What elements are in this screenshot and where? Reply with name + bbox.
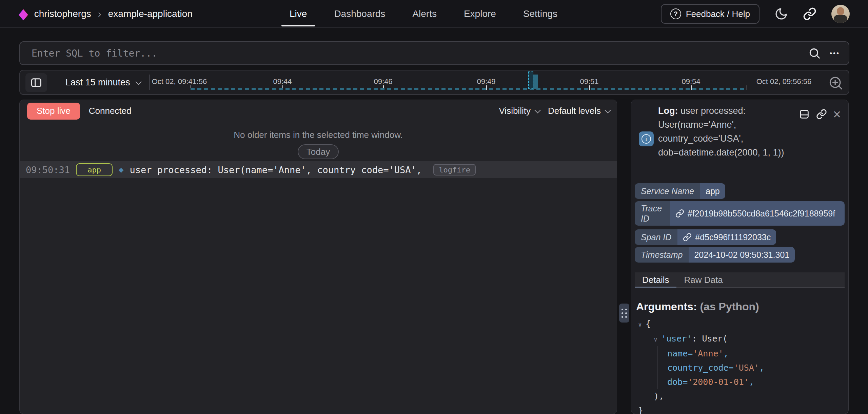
nav-tab-explore[interactable]: Explore (464, 0, 496, 28)
nav-tab-settings[interactable]: Settings (523, 0, 557, 28)
arguments-heading-qualifier: (as Python) (700, 301, 759, 313)
visibility-dropdown[interactable]: Visibility (499, 106, 539, 116)
connection-status: Connected (89, 106, 132, 116)
detail-title: Log: user processed: User(name='Anne', c… (658, 104, 794, 160)
close-icon[interactable]: × (833, 107, 841, 121)
sql-filter-input[interactable] (20, 42, 800, 64)
panel-resize-handle[interactable] (619, 304, 629, 323)
arguments-heading-label: Arguments: (636, 301, 697, 313)
timeline-axis[interactable]: Oct 02, 09:41:56 09:44 09:46 09:49 09:51… (150, 70, 827, 94)
live-view-header: Stop live Connected Visibility Default l… (20, 100, 617, 122)
feedback-help-label: Feedback / Help (686, 9, 750, 19)
sidebar-panel-icon (30, 77, 42, 89)
tick-label-start: Oct 02, 09:41:56 (152, 77, 207, 86)
visibility-label: Visibility (499, 106, 530, 116)
attribute-value[interactable]: #f2019b98b550cd8a61546c2f9188959f (670, 201, 845, 226)
breadcrumb-org[interactable]: christophergs (34, 8, 91, 19)
sql-filter-icons: ••• (808, 42, 840, 64)
attribute-label: Span ID (635, 229, 677, 245)
attribute-label: Timestamp (635, 247, 689, 263)
code-token: , (759, 363, 764, 373)
service-badge[interactable]: app (76, 163, 113, 176)
user-avatar[interactable] (831, 5, 850, 23)
logfire-logo-icon[interactable]: ◆ (19, 6, 28, 21)
today-button[interactable]: Today (298, 144, 339, 159)
collapse-icon[interactable]: ∨ (654, 332, 661, 347)
tick-label: 09:44 (273, 77, 292, 86)
attribute-label: Service Name (635, 183, 700, 199)
scope-tag[interactable]: logfire (433, 164, 476, 175)
more-options-icon[interactable]: ••• (830, 49, 840, 57)
stop-live-button[interactable]: Stop live (27, 103, 80, 120)
code-token: '2000-01-01' (688, 377, 749, 387)
code-token: User( (702, 334, 727, 344)
attribute-value[interactable]: #d5c996f11192033c (677, 229, 776, 245)
histogram-selection-bar[interactable] (528, 71, 533, 89)
tab-details[interactable]: Details (635, 272, 676, 287)
log-row-selected[interactable]: 09:50:31 app ◆ user processed: User(name… (20, 161, 617, 178)
zoom-in-button[interactable] (828, 75, 844, 91)
code-line: ), (631, 389, 842, 403)
attribute-value: app (700, 183, 725, 199)
code-line: } (631, 403, 842, 414)
breadcrumb-project[interactable]: example-application (108, 8, 193, 19)
span-id-value: #d5c996f11192033c (695, 232, 771, 242)
empty-window-text: No older items in the selected time wind… (234, 130, 403, 140)
topbar-actions: ? Feedback / Help (661, 0, 850, 28)
histogram-bar[interactable] (533, 75, 538, 89)
arguments-code: ∨{ ∨'user': User( name='Anne', country_c… (631, 317, 842, 414)
empty-window-notice: No older items in the selected time wind… (20, 122, 617, 161)
nav-tab-live[interactable]: Live (290, 0, 307, 28)
chevron-down-icon (605, 107, 611, 113)
code-token: } (638, 406, 643, 414)
link-icon (803, 7, 816, 21)
drag-dots-icon (622, 309, 627, 318)
time-range-dropdown[interactable]: Last 15 minutes (65, 70, 140, 94)
zoom-in-icon (828, 76, 844, 90)
avatar-face (837, 7, 844, 15)
attribute-trace-id: Trace ID #f2019b98b550cd8a61546c2f918895… (635, 201, 845, 226)
info-i-glyph: i (642, 134, 651, 144)
nav-tab-alerts[interactable]: Alerts (412, 0, 437, 28)
info-level-icon: i (639, 131, 654, 146)
link-icon (816, 109, 827, 120)
theme-toggle-button[interactable] (774, 7, 788, 21)
breadcrumb-chevron-icon: › (97, 8, 102, 20)
nav-tab-dashboards[interactable]: Dashboards (334, 0, 385, 28)
code-token: 'USA' (734, 363, 759, 373)
tab-raw-data[interactable]: Raw Data (676, 272, 730, 287)
log-message: user processed: User(name='Anne', countr… (130, 165, 428, 175)
code-token: 'Anne' (693, 349, 723, 358)
tick-label: 09:49 (477, 77, 495, 86)
code-token: : (692, 334, 702, 344)
code-line: name='Anne', (631, 347, 842, 361)
detail-actions: × (798, 107, 841, 121)
log-level-diamond-icon: ◆ (119, 166, 123, 174)
default-levels-dropdown[interactable]: Default levels (548, 106, 609, 116)
arguments-heading: Arguments: (as Python) (636, 301, 759, 313)
main-nav: Live Dashboards Alerts Explore Settings (290, 0, 557, 28)
share-link-button[interactable] (803, 7, 816, 21)
help-icon: ? (670, 8, 681, 19)
attribute-timestamp: Timestamp 2024-10-02 09:50:31.301 (635, 247, 795, 263)
copy-link-button[interactable] (816, 109, 827, 120)
search-icon[interactable] (808, 47, 821, 60)
tick-label: 09:46 (374, 77, 392, 86)
tick-label-end: Oct 02, 09:56:56 (756, 77, 812, 86)
attribute-service-name: Service Name app (635, 183, 725, 199)
sidebar-toggle-button[interactable] (25, 73, 47, 92)
collapse-icon[interactable]: ∨ (638, 317, 646, 332)
log-time: 09:50:31 (26, 165, 70, 175)
code-token: country_code= (667, 363, 734, 373)
chevron-down-icon (534, 107, 540, 113)
timeline-baseline (191, 88, 747, 90)
live-view-panel: Stop live Connected Visibility Default l… (19, 100, 617, 414)
code-line: ∨'user': User( (631, 332, 842, 347)
code-line: country_code='USA', (631, 361, 842, 375)
dock-panel-button[interactable] (798, 108, 810, 120)
time-range-label: Last 15 minutes (65, 77, 130, 88)
code-token: 'user' (661, 334, 692, 344)
attribute-span-id: Span ID #d5c996f11192033c (635, 229, 776, 245)
feedback-help-button[interactable]: ? Feedback / Help (661, 4, 760, 24)
attribute-value: 2024-10-02 09:50:31.301 (689, 247, 795, 263)
